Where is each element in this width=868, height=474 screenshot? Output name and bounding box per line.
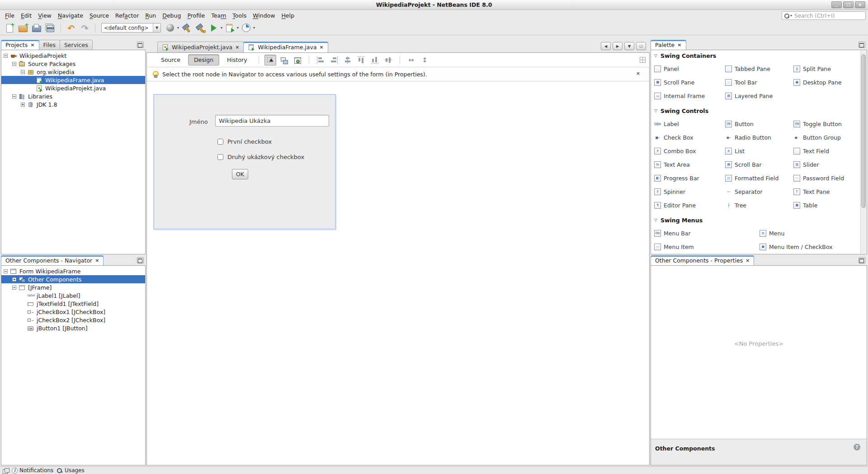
editor-toolbar-options-icon[interactable] bbox=[640, 57, 646, 63]
tab-files[interactable]: Files bbox=[39, 40, 60, 50]
tab-services[interactable]: Services bbox=[60, 40, 93, 50]
tree-row[interactable]: jLabel1 [JLabel] bbox=[1, 291, 145, 300]
project-configuration-selector[interactable]: <default config> ▼ bbox=[101, 23, 161, 33]
preview-design-button[interactable] bbox=[292, 55, 303, 66]
new-file-button[interactable] bbox=[4, 22, 16, 34]
palette-item[interactable]: ▨ Layered Pane bbox=[725, 91, 793, 101]
palette-item[interactable]: ◉◦ Button Group bbox=[793, 133, 867, 142]
window-cascade-icon[interactable] bbox=[3, 468, 9, 473]
design-canvas[interactable]: Jméno První checkbox Druhý ukázkový chec… bbox=[146, 81, 650, 465]
form-name-textfield[interactable] bbox=[215, 115, 329, 127]
selection-mode-button[interactable] bbox=[264, 55, 276, 66]
dropdown-arrow-icon[interactable]: ▾ bbox=[221, 26, 222, 30]
palette-section-swing-controls[interactable]: ▽ Swing Controls bbox=[651, 105, 867, 116]
align-bottom-button[interactable] bbox=[369, 55, 381, 66]
tree-row[interactable]: jCheckBox1 [JCheckBox] bbox=[1, 308, 145, 316]
palette-section-swing-containers[interactable]: ▽ Swing Containers bbox=[651, 50, 867, 61]
palette-item[interactable]: ├ Tree bbox=[725, 201, 793, 210]
tab-list-button[interactable]: ▼ bbox=[624, 42, 634, 50]
scrollbar-thumb[interactable] bbox=[861, 54, 866, 208]
tree-row[interactable]: JDK 1.8 bbox=[1, 100, 145, 108]
tree-row[interactable]: [JFrame] bbox=[1, 283, 145, 291]
history-view-button[interactable]: History bbox=[221, 54, 253, 66]
palette-item[interactable]: ▣ Desktop Pane bbox=[793, 78, 867, 87]
maximize-editor-button[interactable]: ☐ bbox=[636, 42, 646, 50]
tree-row[interactable]: Form WikipediaFrame bbox=[1, 267, 145, 275]
scroll-tabs-right-button[interactable]: ▶ bbox=[613, 42, 623, 50]
editor-tab-wikipediaframe[interactable]: WikipediaFrame.java bbox=[243, 42, 328, 52]
save-all-button[interactable] bbox=[44, 22, 57, 34]
close-icon[interactable] bbox=[636, 71, 640, 76]
palette-item[interactable]: Tabbed Pane bbox=[725, 64, 793, 74]
minimize-panel-button[interactable] bbox=[859, 257, 865, 263]
dropdown-arrow-icon[interactable]: ▾ bbox=[237, 26, 239, 30]
menu-item[interactable]: Navigate bbox=[55, 11, 86, 20]
tree-row[interactable]: Other Components bbox=[1, 275, 145, 283]
tab-palette[interactable]: Palette bbox=[651, 40, 686, 50]
center-vertically-button[interactable] bbox=[382, 55, 394, 66]
open-project-button[interactable] bbox=[31, 22, 43, 34]
build-project-button[interactable] bbox=[180, 22, 193, 34]
palette-item[interactable]: ◉– Radio Button bbox=[725, 133, 793, 142]
menu-item[interactable]: Debug bbox=[159, 11, 184, 20]
align-left-button[interactable] bbox=[315, 55, 326, 66]
dropdown-arrow-icon[interactable]: ▾ bbox=[177, 26, 179, 30]
search-dropdown-icon[interactable]: ▾ bbox=[790, 14, 792, 18]
palette-item[interactable]: OK Button bbox=[725, 119, 793, 129]
redo-button[interactable] bbox=[79, 22, 91, 34]
dropdown-arrow-icon[interactable]: ▾ bbox=[253, 26, 255, 30]
palette-item[interactable]: ↕ Spinner bbox=[654, 187, 725, 197]
notifications-button[interactable]: Notifications bbox=[12, 467, 53, 474]
menu-item[interactable]: Window bbox=[250, 11, 278, 20]
maximize-window-button[interactable] bbox=[843, 1, 854, 8]
editor-tab-wikipediaprojekt[interactable]: WikipediaProjekt.java bbox=[157, 42, 244, 52]
tree-row[interactable]: WikipediaFrame.java bbox=[1, 76, 145, 84]
align-top-button[interactable] bbox=[355, 55, 367, 66]
jframe-design-surface[interactable]: Jméno První checkbox Druhý ukázkový chec… bbox=[153, 94, 336, 230]
globe-button[interactable] bbox=[164, 22, 176, 34]
tab-properties[interactable]: Other Components - Properties bbox=[651, 255, 754, 265]
palette-item[interactable]: tx Text Area bbox=[654, 160, 725, 169]
tree-row[interactable]: jButton1 [JButton] bbox=[1, 324, 145, 332]
palette-item[interactable]: ▤ Scroll Bar bbox=[725, 160, 793, 169]
palette-item[interactable]: label Label bbox=[654, 119, 725, 129]
form-ok-button[interactable]: OK bbox=[232, 169, 248, 179]
source-view-button[interactable]: Source bbox=[155, 54, 186, 66]
undo-button[interactable] bbox=[65, 22, 77, 34]
clean-build-project-button[interactable] bbox=[194, 22, 206, 34]
usages-button[interactable]: Usages bbox=[57, 467, 85, 474]
close-window-button[interactable] bbox=[855, 1, 865, 8]
menu-item[interactable]: Source bbox=[86, 11, 112, 20]
menu-item[interactable]: Edit bbox=[18, 11, 35, 20]
tree-toggle[interactable] bbox=[12, 94, 16, 99]
form-name-label[interactable]: Jméno bbox=[189, 118, 208, 125]
new-project-button[interactable] bbox=[17, 22, 29, 34]
tree-row[interactable]: jCheckBox2 [JCheckBox] bbox=[1, 316, 145, 324]
tree-row[interactable]: WikipediaProjekt bbox=[1, 52, 145, 60]
tree-row[interactable]: jTextField1 [JTextField] bbox=[1, 300, 145, 308]
palette-item[interactable]: ▮▯ Progress Bar bbox=[654, 174, 725, 183]
close-icon[interactable] bbox=[745, 258, 750, 263]
palette-item[interactable]: ··· Password Field bbox=[793, 174, 867, 183]
palette-item[interactable]: ▾ Combo Box bbox=[654, 146, 725, 156]
palette-item[interactable]: ¶ Editor Pane bbox=[654, 201, 725, 210]
tree-toggle[interactable] bbox=[4, 54, 8, 58]
tab-navigator[interactable]: Other Components - Navigator bbox=[1, 255, 104, 265]
vertical-resizable-button[interactable]: ↕ bbox=[419, 55, 431, 66]
design-view-button[interactable]: Design bbox=[188, 54, 219, 66]
palette-item[interactable]: T Text Pane bbox=[793, 187, 867, 197]
palette-item[interactable]: ≡ Menu bbox=[760, 229, 867, 238]
menu-item[interactable]: View bbox=[35, 11, 55, 20]
menu-item[interactable]: Tools bbox=[229, 11, 250, 20]
close-icon[interactable] bbox=[30, 43, 34, 47]
menu-item[interactable]: Help bbox=[278, 11, 297, 20]
menu-item[interactable]: File bbox=[2, 11, 18, 20]
palette-scrollbar[interactable] bbox=[860, 51, 866, 253]
palette-item[interactable]: ▥ Slider bbox=[793, 160, 867, 169]
debug-project-button[interactable] bbox=[224, 22, 236, 34]
tree-row[interactable]: org.wikipedia bbox=[1, 68, 145, 76]
palette-item[interactable]: — Separator bbox=[725, 187, 793, 197]
menu-item[interactable]: Profile bbox=[184, 11, 208, 20]
form-checkbox1-label[interactable]: První checkbox bbox=[227, 138, 272, 145]
form-checkbox1[interactable] bbox=[217, 139, 223, 145]
